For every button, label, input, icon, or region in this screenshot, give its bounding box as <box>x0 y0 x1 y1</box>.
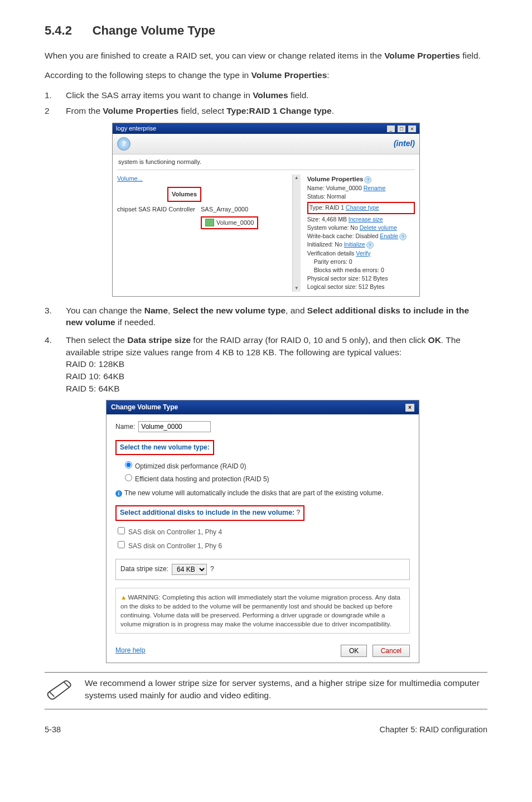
step-3-number: 3. <box>45 305 59 317</box>
more-help-link[interactable]: More help <box>115 646 145 655</box>
additional-disks-label: Select additional disks to include in th… <box>120 509 294 516</box>
logical-sector-value: Logical sector size: 512 Bytes <box>307 283 415 291</box>
disk-option-1-label: SAS disk on Controller 1, Phy 4 <box>128 528 222 536</box>
help-icon[interactable]: ? <box>117 137 130 151</box>
step-2-b1: Volume Properties <box>103 106 178 115</box>
disk-option-2[interactable]: SAS disk on Controller 1, Phy 6 <box>115 539 410 551</box>
select-volume-type-header-highlight: Select the new volume type: <box>115 440 214 455</box>
select-volume-type-label: Select the new volume type: <box>120 443 210 451</box>
dialog-title-text: Change Volume Type <box>111 403 178 412</box>
additional-disks-header-highlight: Select additional disks to include in th… <box>115 505 304 521</box>
increase-size-link[interactable]: Increase size <box>349 216 383 223</box>
dialog-close-button[interactable]: × <box>405 404 414 412</box>
info-text: The new volume will automatically includ… <box>124 489 383 497</box>
step-1-post: field. <box>288 90 309 100</box>
disk-option-1[interactable]: SAS disk on Controller 1, Phy 4 <box>115 525 410 537</box>
intro2-b: Volume Properties <box>252 70 327 80</box>
type-value: Type: RAID 1 <box>309 204 346 211</box>
chapter-label: Chapter 5: RAID configuration <box>380 724 487 735</box>
help-icon[interactable]: ? <box>364 176 371 183</box>
volume-item-label: Volume_0000 <box>216 219 254 227</box>
stripe-size-row: Data stripe size: 64 KB ? <box>115 559 410 580</box>
initialized-value: Initialized: No <box>307 241 344 248</box>
blocks-errors-value: Blocks with media errors: 0 <box>307 266 415 274</box>
help-icon[interactable]: ? <box>210 564 214 574</box>
props-title: Volume Properties <box>307 176 364 182</box>
rename-link[interactable]: Rename <box>364 185 386 191</box>
window-buttons: _ □ × <box>386 124 416 133</box>
info-icon: i <box>115 490 122 497</box>
minimize-button[interactable]: _ <box>387 125 395 132</box>
radio-raid-5[interactable] <box>125 474 132 481</box>
warning-text: WARNING: Completing this action will imm… <box>120 594 400 627</box>
sas-array-item[interactable]: SAS_Array_0000 <box>201 205 258 214</box>
help-icon[interactable]: ? <box>297 509 301 516</box>
system-volume-value: System volume: No <box>307 224 360 231</box>
help-icon[interactable]: ? <box>399 233 407 240</box>
step-3-pre: You can change the <box>66 306 144 315</box>
size-value: Size: 4,468 MB <box>307 216 349 223</box>
scrollbar[interactable]: ▲▼ <box>292 175 301 291</box>
note-text: We recommend a lower stripe size for ser… <box>85 677 487 702</box>
ok-button[interactable]: OK <box>341 645 367 657</box>
volume-link[interactable]: Volume... <box>117 175 143 183</box>
raid-5-line: RAID 5: 64KB <box>66 383 487 395</box>
name-value: Name: Volume_0000 <box>307 185 364 191</box>
page-number: 5-38 <box>45 724 61 735</box>
warning-box: ▲WARNING: Completing this action will im… <box>115 588 410 634</box>
page-footer: 5-38 Chapter 5: RAID configuration <box>45 724 487 735</box>
intro-paragraph-1: When you are finished to create a RAID s… <box>45 50 487 62</box>
name-row: Name: <box>115 421 410 432</box>
status-line: system is functioning normally. <box>113 154 419 170</box>
cancel-button[interactable]: Cancel <box>373 645 410 657</box>
step4-b2: OK <box>428 335 441 345</box>
raid-0-line: RAID 0: 128KB <box>66 358 487 370</box>
raid-10-line: RAID 10: 64KB <box>66 370 487 383</box>
step-3: 3. You can change the Name, Select the n… <box>45 305 487 328</box>
step-2: 2 From the Volume Properties field, sele… <box>45 105 487 117</box>
intro-paragraph-2: According to the following steps to chan… <box>45 69 487 81</box>
change-type-link[interactable]: Change type <box>346 204 379 211</box>
intro2-a: According to the following steps to chan… <box>45 70 252 80</box>
initialize-link[interactable]: Initialize <box>344 241 365 248</box>
step4-mid1: for the RAID array (for RAID 0, 10 and 5… <box>191 335 428 345</box>
help-icon[interactable]: ? <box>366 241 374 249</box>
maximize-button[interactable]: □ <box>398 125 405 132</box>
verify-link[interactable]: Verify <box>356 250 370 257</box>
volumes-header-highlight: Volumes <box>167 187 201 202</box>
delete-volume-link[interactable]: Delete volume <box>360 224 397 231</box>
stripe-size-select[interactable]: 64 KB <box>172 564 207 575</box>
step-1-pre: Click the SAS array items you want to ch… <box>66 90 253 100</box>
step-1-number: 1. <box>45 89 59 102</box>
option-raid-5-label: Efficient data hosting and protection (R… <box>135 475 269 483</box>
option-raid-0[interactable]: Optimized disk performance (RAID 0) <box>122 460 410 471</box>
intro1-b: Volume Properties <box>384 51 460 60</box>
step-4: 4. Then select the Data stripe size for … <box>45 334 487 394</box>
parity-errors-value: Parity errors: 0 <box>307 258 415 266</box>
option-raid-5[interactable]: Efficient data hosting and protection (R… <box>122 472 410 484</box>
drive-icon <box>205 219 214 226</box>
note-pencil-icon <box>45 677 74 705</box>
step-1-bold: Volumes <box>253 90 288 100</box>
radio-raid-0[interactable] <box>125 461 132 468</box>
close-button[interactable]: × <box>408 125 416 132</box>
enable-link[interactable]: Enable <box>380 233 398 239</box>
step3-b2: Select the new volume type <box>173 306 286 315</box>
physical-sector-value: Physical sector size: 512 Bytes <box>307 274 415 283</box>
step-2-b2: Type:RAID 1 Change type <box>226 106 331 115</box>
volume-name-input[interactable] <box>138 421 211 432</box>
section-title-text: Change Volume Type <box>93 23 215 37</box>
volume-item-highlight[interactable]: Volume_0000 <box>201 216 258 229</box>
name-label: Name: <box>115 422 135 432</box>
step-2-mid: field, select <box>178 106 226 115</box>
step3-mid2: , and <box>286 306 307 315</box>
checkbox-disk-2[interactable] <box>118 541 125 548</box>
left-panel: Volume... Volumes chipset SAS RAID Contr… <box>117 175 290 291</box>
controller-label: chipset SAS RAID Controller <box>117 205 195 214</box>
note-row: We recommend a lower stripe size for ser… <box>45 672 487 710</box>
screenshot-enterprise-window: logy enterprise _ □ × ? intel system is … <box>112 123 420 297</box>
verification-label: Verification details <box>307 250 356 257</box>
checkbox-disk-1[interactable] <box>118 527 125 534</box>
step3-b1: Name <box>144 306 168 315</box>
intro1-c: field. <box>460 51 481 60</box>
